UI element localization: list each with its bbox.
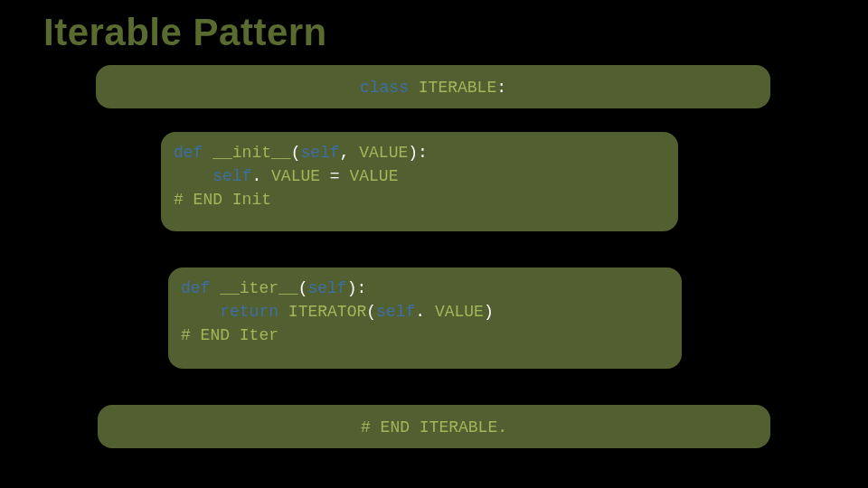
value-attr: VALUE bbox=[271, 167, 320, 185]
paren-close-colon: ): bbox=[408, 144, 428, 162]
comma: , bbox=[340, 144, 360, 162]
code-box-end: # END ITERABLE. bbox=[98, 405, 770, 448]
kw-return: return bbox=[181, 303, 278, 321]
self-param: self bbox=[300, 144, 339, 162]
fn-name-iter: __iter__ bbox=[210, 279, 297, 297]
fn-name-init: __init__ bbox=[203, 144, 290, 162]
self-ref: self bbox=[174, 167, 251, 185]
value-attr: VALUE bbox=[435, 303, 484, 321]
paren-close: ) bbox=[484, 303, 494, 321]
paren-close-colon: ): bbox=[347, 279, 367, 297]
iterator-call: ITERATOR bbox=[278, 303, 366, 321]
value-param: VALUE bbox=[359, 144, 408, 162]
self-param: self bbox=[307, 279, 346, 297]
comment-end-init: # END Init bbox=[174, 191, 271, 209]
paren-open: ( bbox=[298, 279, 308, 297]
kw-def: def bbox=[181, 279, 210, 297]
dot: . bbox=[415, 303, 435, 321]
code-box-iter: def __iter__(self): return ITERATOR(self… bbox=[168, 267, 682, 369]
paren-open: ( bbox=[366, 303, 376, 321]
dot: . bbox=[251, 167, 271, 185]
comment-end-class: # END ITERABLE. bbox=[361, 418, 507, 436]
paren-open: ( bbox=[291, 144, 301, 162]
comment-end-iter: # END Iter bbox=[181, 326, 278, 344]
equals: = bbox=[320, 167, 349, 185]
class-name: ITERABLE bbox=[419, 79, 496, 97]
colon: : bbox=[496, 79, 506, 97]
kw-class: class bbox=[360, 79, 409, 97]
self-ref: self bbox=[376, 303, 415, 321]
slide: Iterable Pattern class ITERABLE: def __i… bbox=[0, 0, 868, 488]
value-rhs: VALUE bbox=[349, 167, 398, 185]
kw-def: def bbox=[174, 144, 203, 162]
code-box-class: class ITERABLE: bbox=[96, 65, 770, 108]
code-box-init: def __init__(self, VALUE): self. VALUE =… bbox=[161, 132, 678, 231]
slide-title: Iterable Pattern bbox=[43, 11, 327, 54]
space bbox=[409, 79, 419, 97]
